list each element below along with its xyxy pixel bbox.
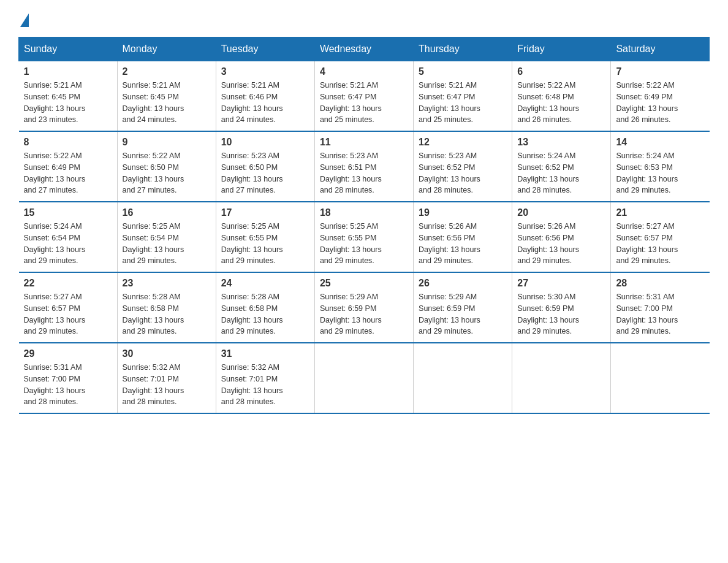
calendar-cell: 31 Sunrise: 5:32 AMSunset: 7:01 PMDaylig… <box>216 343 314 413</box>
day-info: Sunrise: 5:28 AMSunset: 6:58 PMDaylight:… <box>221 293 283 335</box>
day-number: 7 <box>616 66 704 77</box>
calendar-cell: 16 Sunrise: 5:25 AMSunset: 6:54 PMDaylig… <box>117 202 216 272</box>
calendar-cell: 23 Sunrise: 5:28 AMSunset: 6:58 PMDaylig… <box>117 272 216 343</box>
day-number: 6 <box>517 66 605 77</box>
calendar-cell: 8 Sunrise: 5:22 AMSunset: 6:49 PMDayligh… <box>19 131 118 202</box>
calendar-cell: 29 Sunrise: 5:31 AMSunset: 7:00 PMDaylig… <box>19 343 118 413</box>
day-info: Sunrise: 5:22 AMSunset: 6:49 PMDaylight:… <box>616 81 678 124</box>
day-number: 13 <box>517 137 605 148</box>
calendar-cell: 15 Sunrise: 5:24 AMSunset: 6:54 PMDaylig… <box>19 202 118 272</box>
calendar-cell: 25 Sunrise: 5:29 AMSunset: 6:59 PMDaylig… <box>314 272 413 343</box>
calendar-week-row: 22 Sunrise: 5:27 AMSunset: 6:57 PMDaylig… <box>19 272 710 343</box>
weekday-header-tuesday: Tuesday <box>216 37 314 61</box>
day-number: 10 <box>221 137 309 148</box>
day-info: Sunrise: 5:26 AMSunset: 6:56 PMDaylight:… <box>419 222 480 265</box>
day-info: Sunrise: 5:28 AMSunset: 6:58 PMDaylight:… <box>123 293 184 335</box>
weekday-header-wednesday: Wednesday <box>314 37 413 61</box>
day-number: 3 <box>221 66 309 77</box>
day-number: 1 <box>24 66 112 77</box>
calendar-cell: 18 Sunrise: 5:25 AMSunset: 6:55 PMDaylig… <box>314 202 413 272</box>
day-info: Sunrise: 5:24 AMSunset: 6:54 PMDaylight:… <box>24 222 86 265</box>
day-info: Sunrise: 5:22 AMSunset: 6:48 PMDaylight:… <box>517 81 579 124</box>
day-info: Sunrise: 5:21 AMSunset: 6:47 PMDaylight:… <box>320 81 382 124</box>
day-info: Sunrise: 5:21 AMSunset: 6:45 PMDaylight:… <box>24 81 86 124</box>
weekday-header-monday: Monday <box>117 37 216 61</box>
day-number: 30 <box>123 348 211 359</box>
calendar-cell: 9 Sunrise: 5:22 AMSunset: 6:50 PMDayligh… <box>117 131 216 202</box>
day-info: Sunrise: 5:22 AMSunset: 6:50 PMDaylight:… <box>123 151 184 194</box>
day-info: Sunrise: 5:31 AMSunset: 7:00 PMDaylight:… <box>24 363 86 406</box>
day-info: Sunrise: 5:23 AMSunset: 6:50 PMDaylight:… <box>221 151 283 194</box>
day-info: Sunrise: 5:25 AMSunset: 6:54 PMDaylight:… <box>123 222 184 265</box>
calendar-cell: 2 Sunrise: 5:21 AMSunset: 6:45 PMDayligh… <box>117 61 216 132</box>
day-number: 15 <box>24 207 112 218</box>
day-number: 12 <box>419 137 507 148</box>
day-number: 11 <box>320 137 408 148</box>
day-number: 23 <box>123 278 211 289</box>
day-info: Sunrise: 5:23 AMSunset: 6:52 PMDaylight:… <box>419 151 480 194</box>
calendar-cell: 19 Sunrise: 5:26 AMSunset: 6:56 PMDaylig… <box>414 202 512 272</box>
weekday-header-saturday: Saturday <box>611 37 710 61</box>
calendar-week-row: 15 Sunrise: 5:24 AMSunset: 6:54 PMDaylig… <box>19 202 710 272</box>
calendar-cell: 26 Sunrise: 5:29 AMSunset: 6:59 PMDaylig… <box>414 272 512 343</box>
day-info: Sunrise: 5:24 AMSunset: 6:52 PMDaylight:… <box>517 151 579 194</box>
day-number: 22 <box>24 278 112 289</box>
day-info: Sunrise: 5:26 AMSunset: 6:56 PMDaylight:… <box>517 222 579 265</box>
day-number: 17 <box>221 207 309 218</box>
day-number: 24 <box>221 278 309 289</box>
day-number: 25 <box>320 278 408 289</box>
day-info: Sunrise: 5:29 AMSunset: 6:59 PMDaylight:… <box>320 293 382 335</box>
calendar-cell: 17 Sunrise: 5:25 AMSunset: 6:55 PMDaylig… <box>216 202 314 272</box>
day-number: 31 <box>221 348 309 359</box>
calendar-cell: 24 Sunrise: 5:28 AMSunset: 6:58 PMDaylig… <box>216 272 314 343</box>
calendar-cell: 7 Sunrise: 5:22 AMSunset: 6:49 PMDayligh… <box>611 61 710 132</box>
page-header <box>18 12 710 25</box>
day-number: 14 <box>616 137 704 148</box>
calendar-cell: 4 Sunrise: 5:21 AMSunset: 6:47 PMDayligh… <box>314 61 413 132</box>
day-info: Sunrise: 5:31 AMSunset: 7:00 PMDaylight:… <box>616 293 678 335</box>
calendar-cell: 10 Sunrise: 5:23 AMSunset: 6:50 PMDaylig… <box>216 131 314 202</box>
day-info: Sunrise: 5:27 AMSunset: 6:57 PMDaylight:… <box>24 293 86 335</box>
calendar-header: SundayMondayTuesdayWednesdayThursdayFrid… <box>19 37 710 61</box>
day-info: Sunrise: 5:29 AMSunset: 6:59 PMDaylight:… <box>419 293 480 335</box>
calendar-cell: 11 Sunrise: 5:23 AMSunset: 6:51 PMDaylig… <box>314 131 413 202</box>
day-info: Sunrise: 5:32 AMSunset: 7:01 PMDaylight:… <box>123 363 184 406</box>
day-number: 19 <box>419 207 507 218</box>
calendar-cell: 12 Sunrise: 5:23 AMSunset: 6:52 PMDaylig… <box>414 131 512 202</box>
calendar-cell: 28 Sunrise: 5:31 AMSunset: 7:00 PMDaylig… <box>611 272 710 343</box>
day-info: Sunrise: 5:25 AMSunset: 6:55 PMDaylight:… <box>221 222 283 265</box>
calendar-cell <box>512 343 611 413</box>
day-info: Sunrise: 5:25 AMSunset: 6:55 PMDaylight:… <box>320 222 382 265</box>
day-info: Sunrise: 5:21 AMSunset: 6:47 PMDaylight:… <box>419 81 480 124</box>
day-info: Sunrise: 5:21 AMSunset: 6:45 PMDaylight:… <box>123 81 184 124</box>
calendar-cell <box>314 343 413 413</box>
day-number: 26 <box>419 278 507 289</box>
day-number: 21 <box>616 207 704 218</box>
day-info: Sunrise: 5:23 AMSunset: 6:51 PMDaylight:… <box>320 151 382 194</box>
calendar-cell: 1 Sunrise: 5:21 AMSunset: 6:45 PMDayligh… <box>19 61 118 132</box>
calendar-table: SundayMondayTuesdayWednesdayThursdayFrid… <box>18 37 710 414</box>
day-info: Sunrise: 5:32 AMSunset: 7:01 PMDaylight:… <box>221 363 283 406</box>
day-number: 28 <box>616 278 704 289</box>
day-number: 20 <box>517 207 605 218</box>
day-number: 16 <box>123 207 211 218</box>
logo-triangle-icon <box>20 13 29 27</box>
calendar-week-row: 8 Sunrise: 5:22 AMSunset: 6:49 PMDayligh… <box>19 131 710 202</box>
day-number: 5 <box>419 66 507 77</box>
day-info: Sunrise: 5:22 AMSunset: 6:49 PMDaylight:… <box>24 151 86 194</box>
weekday-header-thursday: Thursday <box>414 37 512 61</box>
calendar-cell: 13 Sunrise: 5:24 AMSunset: 6:52 PMDaylig… <box>512 131 611 202</box>
day-number: 4 <box>320 66 408 77</box>
header-row: SundayMondayTuesdayWednesdayThursdayFrid… <box>19 37 710 61</box>
calendar-cell: 30 Sunrise: 5:32 AMSunset: 7:01 PMDaylig… <box>117 343 216 413</box>
day-number: 18 <box>320 207 408 218</box>
day-number: 2 <box>123 66 211 77</box>
calendar-week-row: 29 Sunrise: 5:31 AMSunset: 7:00 PMDaylig… <box>19 343 710 413</box>
calendar-cell <box>414 343 512 413</box>
calendar-cell: 14 Sunrise: 5:24 AMSunset: 6:53 PMDaylig… <box>611 131 710 202</box>
day-number: 8 <box>24 137 112 148</box>
day-number: 29 <box>24 348 112 359</box>
logo <box>18 12 29 25</box>
calendar-cell: 27 Sunrise: 5:30 AMSunset: 6:59 PMDaylig… <box>512 272 611 343</box>
calendar-cell: 22 Sunrise: 5:27 AMSunset: 6:57 PMDaylig… <box>19 272 118 343</box>
